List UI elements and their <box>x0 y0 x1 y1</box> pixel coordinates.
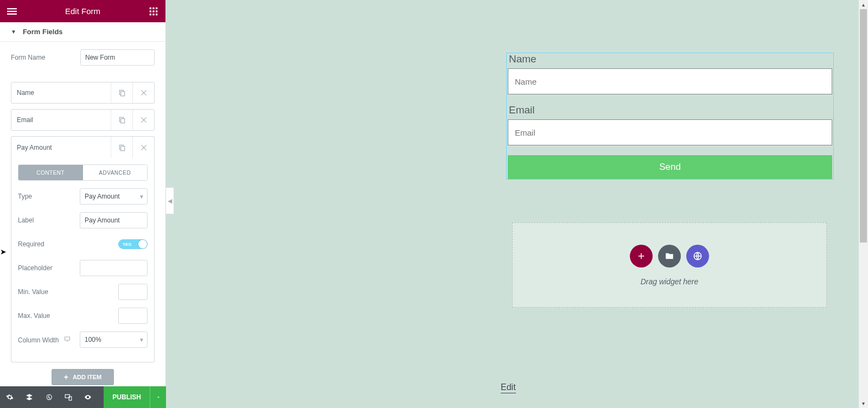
svg-rect-2 <box>7 13 17 14</box>
field-item-title[interactable]: Email <box>11 110 111 130</box>
svg-rect-13 <box>120 92 124 96</box>
sidebar-footer: PUBLISH <box>0 386 166 408</box>
menu-icon[interactable] <box>7 6 17 17</box>
collapse-sidebar-handle[interactable]: ◀ <box>166 187 174 214</box>
page-scrollbar[interactable]: ▴ ▾ <box>859 0 868 408</box>
min-label: Min. Value <box>18 288 48 296</box>
placeholder-label: Placeholder <box>18 264 52 272</box>
navigator-icon[interactable] <box>20 386 39 408</box>
duplicate-icon[interactable] <box>111 137 132 158</box>
panel-title: Edit Form <box>17 7 148 16</box>
svg-rect-3 <box>150 7 151 9</box>
form-name-input[interactable] <box>80 49 155 66</box>
drop-zone-text: Drag widget here <box>641 277 699 286</box>
close-icon[interactable] <box>132 82 154 103</box>
preview-canvas: Name Email Send Drag widget here Edit <box>166 0 868 408</box>
add-item-label: ADD ITEM <box>73 374 101 380</box>
preview-name-input[interactable] <box>508 68 832 94</box>
required-row: Required YES <box>18 236 148 252</box>
preview-icon[interactable] <box>78 386 98 408</box>
placeholder-input[interactable] <box>80 260 148 276</box>
max-input[interactable] <box>118 308 148 324</box>
scroll-thumb[interactable] <box>860 9 867 243</box>
min-row: Min. Value <box>18 284 148 300</box>
type-label: Type <box>18 193 32 200</box>
field-item-email[interactable]: Email <box>11 109 155 131</box>
publish-button[interactable]: PUBLISH <box>104 386 150 408</box>
panel-body: Form Name Name Email <box>0 42 165 408</box>
global-widget-button[interactable] <box>686 245 709 267</box>
sidebar-topbar: Edit Form <box>0 0 165 22</box>
toggle-label: YES <box>123 242 131 247</box>
scroll-down-arrow[interactable]: ▾ <box>859 399 868 408</box>
tab-advanced[interactable]: ADVANCED <box>83 165 148 180</box>
field-item-payamount[interactable]: Pay Amount <box>11 136 155 158</box>
svg-rect-1 <box>7 10 17 11</box>
required-toggle[interactable]: YES <box>118 239 148 249</box>
add-widget-button[interactable] <box>630 245 653 267</box>
svg-rect-4 <box>152 7 154 9</box>
editor-sidebar: Edit Form ▼ Form Fields Form Name Name <box>0 0 166 408</box>
min-input[interactable] <box>118 284 148 300</box>
svg-rect-9 <box>150 14 151 15</box>
fields-repeater: Name Email Pay Amount <box>11 82 155 385</box>
svg-rect-5 <box>156 7 157 9</box>
tab-content[interactable]: CONTENT <box>18 165 83 180</box>
svg-rect-8 <box>156 10 157 12</box>
settings-icon[interactable] <box>0 386 20 408</box>
type-row: Type Pay Amount ▼ <box>18 188 148 205</box>
svg-rect-10 <box>152 14 154 15</box>
preview-email-label: Email <box>509 104 832 116</box>
svg-rect-17 <box>120 119 124 123</box>
required-label: Required <box>18 240 44 248</box>
label-row: Label <box>18 212 148 228</box>
form-widget[interactable]: Name Email Send <box>506 53 834 180</box>
add-item-button[interactable]: + ADD ITEM <box>52 369 114 385</box>
colwidth-row: Column Width 100% ▼ <box>18 331 148 348</box>
svg-rect-24 <box>65 337 69 340</box>
svg-rect-6 <box>150 10 151 12</box>
max-label: Max. Value <box>18 312 50 320</box>
svg-rect-7 <box>152 10 154 12</box>
history-icon[interactable] <box>39 386 59 408</box>
close-icon[interactable] <box>132 137 154 158</box>
widgets-grid-icon[interactable] <box>148 6 159 17</box>
type-select[interactable]: Pay Amount <box>80 188 148 205</box>
field-settings-panel: CONTENT ADVANCED Type Pay Amount ▼ Label <box>11 158 155 362</box>
placeholder-row: Placeholder <box>18 260 148 276</box>
scroll-up-arrow[interactable]: ▴ <box>859 0 868 9</box>
edit-link[interactable]: Edit <box>501 382 516 393</box>
preview-email-input[interactable] <box>508 119 832 145</box>
template-button[interactable] <box>658 245 681 267</box>
svg-rect-0 <box>7 8 17 9</box>
preview-name-label: Name <box>509 53 832 65</box>
form-name-label: Form Name <box>11 54 45 61</box>
responsive-icon[interactable] <box>59 386 78 408</box>
publish-options-button[interactable] <box>150 386 166 408</box>
drop-zone-buttons <box>630 245 709 267</box>
plus-icon: + <box>64 373 68 381</box>
toggle-knob <box>138 240 147 248</box>
duplicate-icon[interactable] <box>111 110 132 130</box>
drop-zone[interactable]: Drag widget here <box>512 222 827 308</box>
svg-rect-11 <box>156 14 157 15</box>
field-tabs: CONTENT ADVANCED <box>18 164 148 181</box>
svg-rect-21 <box>120 146 124 150</box>
caret-down-icon: ▼ <box>11 29 16 35</box>
preview-submit-button[interactable]: Send <box>508 155 832 179</box>
field-item-name[interactable]: Name <box>11 82 155 104</box>
label-input[interactable] <box>80 212 148 228</box>
section-form-fields[interactable]: ▼ Form Fields <box>0 22 165 42</box>
duplicate-icon[interactable] <box>111 82 132 103</box>
desktop-icon[interactable] <box>64 336 71 344</box>
colwidth-select[interactable]: 100% <box>80 331 148 348</box>
close-icon[interactable] <box>132 110 154 130</box>
section-title: Form Fields <box>23 28 63 36</box>
colwidth-label: Column Width <box>18 336 71 344</box>
max-row: Max. Value <box>18 308 148 324</box>
form-name-row: Form Name <box>11 49 155 66</box>
field-item-title[interactable]: Name <box>11 82 111 103</box>
field-item-title[interactable]: Pay Amount <box>11 137 111 158</box>
label-label: Label <box>18 216 34 224</box>
